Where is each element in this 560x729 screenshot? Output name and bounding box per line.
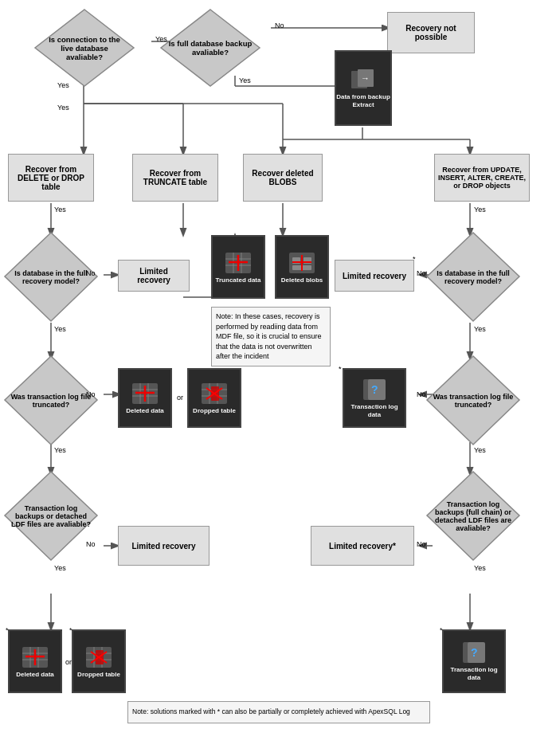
- tld-br-star: *: [440, 626, 443, 634]
- full-backup-diamond: Is full database backup avaliable?: [159, 8, 261, 88]
- recover-truncate-label: Recover from TRUNCATE table: [136, 169, 214, 186]
- or-label-1: or: [177, 394, 183, 402]
- transaction-log-data-bottom-right-box: ? Transaction log data: [442, 629, 506, 693]
- log-truncated-left-label: Was transaction log file truncated?: [10, 393, 92, 409]
- transaction-log-right-icon: ?: [360, 378, 389, 402]
- data-from-backup-label: Data from backup Extract: [336, 93, 390, 108]
- recover-blobs-label: Recover deleted BLOBS: [247, 169, 319, 186]
- full-backup-yes-label: Yes: [239, 76, 251, 84]
- dropped-table-left-icon: [200, 382, 229, 406]
- deleted-blobs-label: Deleted blobs: [281, 276, 323, 284]
- connection-diamond: Is connection to the live database avali…: [33, 8, 135, 88]
- log-backups-left-label: Transaction log backups or detached LDF …: [10, 504, 92, 528]
- recover-delete-drop-box: Recover from DELETE or DROP table: [8, 154, 94, 202]
- deleted-data-bottom-left-label: Deleted data: [16, 671, 54, 678]
- del-yes-label: Yes: [54, 206, 66, 214]
- right-log-no-label: No: [417, 390, 426, 398]
- or-label-2: or: [65, 658, 72, 666]
- connection-diamond-label: Is connection to the live database avali…: [41, 35, 127, 61]
- log-backups-right-diamond: Transaction log backups (full chain) or …: [425, 470, 521, 562]
- diagram: Is connection to the live database avali…: [0, 0, 560, 729]
- note-bottom-box: Note: solutions marked with * can also b…: [127, 701, 430, 723]
- transaction-log-star: *: [339, 365, 342, 373]
- db-full-recovery-right-diamond: Is database in the full recovery model?: [425, 231, 521, 323]
- data-backup-icon: →: [349, 68, 378, 92]
- right-logbk-no-label: No: [417, 540, 426, 548]
- note-mdf-box: Note: In these cases, recovery is perfor…: [211, 307, 331, 366]
- recover-update-label: Recover from UPDATE, INSERT, ALTER, CREA…: [438, 166, 526, 190]
- deleted-data-bl-star: *: [6, 626, 9, 634]
- truncated-data-icon: [224, 251, 253, 275]
- dropped-table-left-label: Dropped table: [193, 407, 236, 414]
- limited-recovery-2-box: Limited recovery: [335, 260, 414, 292]
- note-bottom-label: Note: solutions marked with * can also b…: [132, 707, 410, 717]
- recover-truncate-box: Recover from TRUNCATE table: [132, 154, 218, 202]
- db-full-recovery-left-diamond: Is database in the full recovery model?: [3, 231, 99, 323]
- deleted-data-left-label: Deleted data: [126, 407, 164, 414]
- transaction-log-data-right-box: ? Transaction log data: [343, 368, 406, 428]
- limited-recovery-2-label: Limited recovery: [343, 272, 406, 280]
- transaction-log-data-right-label: Transaction log data: [344, 403, 405, 418]
- data-from-backup-box: → Data from backup Extract: [335, 50, 392, 126]
- right-db-no-label: No: [417, 269, 426, 277]
- recovery-not-possible-box: Recovery not possible: [387, 12, 475, 53]
- limited-recovery-1-box: Limited recovery: [118, 260, 190, 292]
- dropped-table-bottom-left-icon: [84, 645, 113, 669]
- limited-recovery-3-box: Limited recovery: [118, 526, 210, 566]
- upd-yes-label: Yes: [474, 206, 486, 214]
- left-log-no-label: No: [86, 390, 96, 398]
- log-backups-right-label: Transaction log backups (full chain) or …: [432, 500, 515, 532]
- transaction-log-data-bottom-right-label: Transaction log data: [444, 666, 504, 681]
- deleted-data-left-box: Deleted data: [118, 368, 172, 428]
- limited-recovery-3-label: Limited recovery: [131, 542, 195, 551]
- left-log-yes-label: Yes: [54, 446, 66, 454]
- left-db-no-label: No: [86, 269, 96, 277]
- conn-yes-label: Yes: [57, 81, 69, 89]
- right-db-yes-label: Yes: [474, 325, 486, 333]
- left-logbk-yes-label: Yes: [54, 564, 66, 572]
- dropped-table-bottom-left-label: Dropped table: [77, 671, 120, 678]
- log-truncated-left-diamond: Was transaction log file truncated?: [3, 355, 99, 446]
- limited-recovery-4-label: Limited recovery*: [329, 542, 396, 551]
- left-db-yes-label: Yes: [54, 325, 66, 333]
- log-truncated-right-label: Was transaction log file truncated?: [432, 393, 515, 409]
- dropped-table-bl-star: *: [69, 626, 72, 634]
- recovery-not-possible-label: Recovery not possible: [391, 24, 471, 41]
- dropped-table-left-box: Dropped table: [187, 368, 241, 428]
- deleted-blobs-icon: [288, 251, 316, 275]
- full-backup-no-label: No: [275, 22, 284, 29]
- limited-recovery-1-label: Limited recovery: [122, 267, 186, 284]
- deleted-blobs-box: Deleted blobs: [275, 235, 329, 299]
- deleted-data-left-icon: [131, 382, 159, 406]
- truncated-data-box: Truncated data: [211, 235, 265, 299]
- right-log-yes-label: Yes: [474, 446, 486, 454]
- deleted-data-bottom-left-box: Deleted data: [8, 629, 62, 693]
- recover-update-box: Recover from UPDATE, INSERT, ALTER, CREA…: [434, 154, 530, 202]
- left-logbk-no-label: No: [86, 540, 96, 548]
- limited-2-star: *: [413, 255, 416, 263]
- recover-delete-drop-label: Recover from DELETE or DROP table: [12, 165, 90, 191]
- svg-text:?: ?: [371, 383, 378, 396]
- transaction-log-bottom-right-icon: ?: [460, 641, 488, 664]
- deleted-data-bottom-left-icon: [21, 645, 49, 669]
- truncated-data-label: Truncated data: [216, 276, 261, 284]
- log-truncated-right-diamond: Was transaction log file truncated?: [425, 355, 521, 446]
- note-mdf-label: Note: In these cases, recovery is perfor…: [216, 312, 322, 360]
- svg-text:→: →: [361, 73, 370, 83]
- db-full-recovery-right-label: Is database in the full recovery model?: [432, 269, 515, 285]
- db-full-recovery-left-label: Is database in the full recovery model?: [10, 269, 92, 285]
- log-backups-left-diamond: Transaction log backups or detached LDF …: [3, 470, 99, 562]
- right-logbk-yes-label: Yes: [474, 564, 486, 572]
- svg-text:?: ?: [471, 646, 478, 659]
- limited-recovery-4-box: Limited recovery*: [311, 526, 414, 566]
- conn-yes2-label: Yes: [57, 104, 69, 112]
- dropped-table-bottom-left-box: Dropped table: [72, 629, 126, 693]
- recover-blobs-box: Recover deleted BLOBS: [243, 154, 323, 202]
- full-backup-diamond-label: Is full database backup avaliable?: [167, 39, 253, 57]
